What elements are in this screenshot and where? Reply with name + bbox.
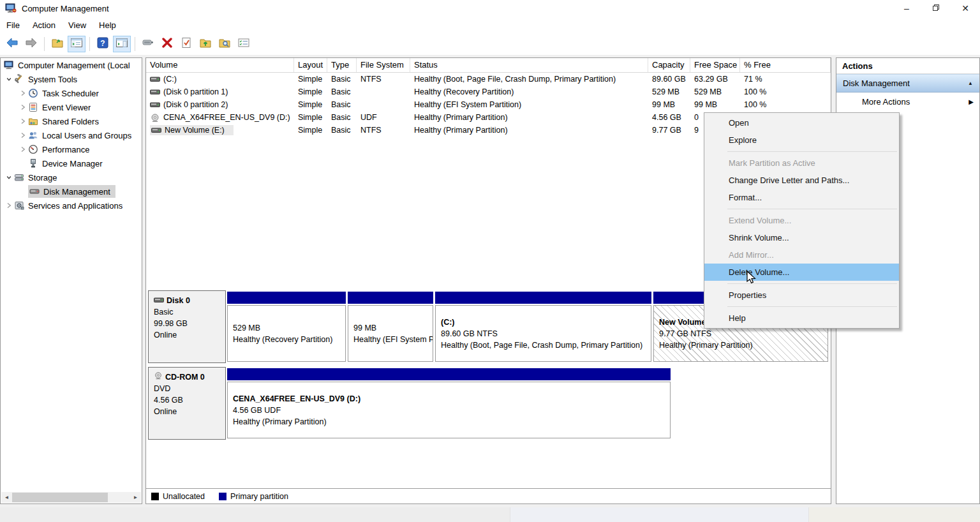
chevron-collapsed-icon[interactable] [18,116,28,126]
sidebar-item-computer-management[interactable]: Computer Management (Local [1,58,142,72]
chevron-expanded-icon[interactable] [4,74,14,84]
chevron-collapsed-icon[interactable] [18,88,28,98]
column-layout[interactable]: Layout [294,58,327,72]
forward-button[interactable] [22,36,40,52]
menu-item-change-drive-letter[interactable]: Change Drive Letter and Paths... [704,172,899,189]
screen-button[interactable] [139,36,157,52]
sidebar-item-event-viewer[interactable]: Event Viewer [1,100,142,114]
column-capacity[interactable]: Capacity [648,58,690,72]
shared-folders-icon [28,116,39,126]
sidebar-item-task-scheduler[interactable]: Task Scheduler [1,86,142,100]
chevron-expanded-icon[interactable] [4,172,14,183]
maximize-restore-button[interactable] [921,0,951,17]
volume-row-disk0-partition1[interactable]: (Disk 0 partition 1) Simple Basic Health… [146,86,831,98]
disk-management-icon [29,186,40,197]
scrollbar-thumb[interactable] [12,493,108,502]
close-button[interactable]: ✕ [951,0,980,17]
toolbar-separator [89,37,90,51]
partition-efi[interactable]: 99 MB Healthy (EFI System Partition) [348,290,433,363]
folder-search-button[interactable] [216,36,234,52]
sidebar-item-local-users-and-groups[interactable]: Local Users and Groups [1,128,142,142]
mouse-cursor [745,271,758,287]
back-button[interactable] [3,36,21,52]
export-folder-button[interactable] [48,36,66,52]
sidebar-item-label: Task Scheduler [42,89,99,98]
app-icon [5,3,17,13]
primary-partition-color-swatch [219,493,226,500]
menu-view[interactable]: View [62,18,93,33]
more-actions-item[interactable]: More Actions ▶ [836,93,979,111]
menu-item-help[interactable]: Help [704,309,899,327]
disk0-header[interactable]: Disk 0 Basic 99.98 GB Online [148,290,226,363]
delete-button[interactable] [158,36,176,52]
cdrom0-header[interactable]: CD-ROM 0 DVD 4.56 GB Online [148,367,226,440]
computer-icon [4,60,15,70]
minimize-button[interactable]: – [892,0,921,17]
scroll-left-arrow-icon[interactable]: ◄ [1,492,12,503]
drive-icon [150,75,160,83]
cdrom0-graph-row: CD-ROM 0 DVD 4.56 GB Online CENA_X64FREE… [148,367,829,440]
chevron-collapsed-icon[interactable] [18,130,28,140]
chevron-collapsed-icon[interactable] [18,144,28,154]
column-free-space[interactable]: Free Space [690,58,740,72]
menu-item-explore[interactable]: Explore [704,131,899,149]
scroll-right-arrow-icon[interactable]: ► [130,492,141,503]
sidebar-item-shared-folders[interactable]: Shared Folders [1,114,142,128]
chevron-collapsed-icon[interactable] [4,200,14,211]
column-volume[interactable]: Volume [146,58,294,72]
export-folder-icon [51,37,64,51]
toolbar: ? [0,33,980,55]
sidebar-item-system-tools[interactable]: System Tools [1,72,142,86]
sidebar-item-device-manager[interactable]: Device Manager [1,156,142,170]
details-list-button[interactable] [235,36,253,52]
bottom-strip [0,507,980,522]
menu-bar: File Action View Help [0,17,980,33]
menu-item-delete-volume[interactable]: Delete Volume... [704,264,899,281]
drive-icon [154,295,164,306]
tree-selection: Disk Management [28,185,115,198]
cdrom0-status: Online [154,406,225,417]
menu-item-shrink-volume[interactable]: Shrink Volume... [704,229,899,246]
folder-up-icon [199,37,212,51]
tree-horizontal-scrollbar[interactable]: ◄ ► [1,492,141,503]
sidebar-item-services-and-applications[interactable]: Services and Applications [1,198,142,213]
volume-row-disk0-partition2[interactable]: (Disk 0 partition 2) Simple Basic Health… [146,98,831,111]
svg-text:?: ? [100,39,105,48]
sidebar-item-performance[interactable]: Performance [1,142,142,156]
sidebar-item-storage[interactable]: Storage [1,170,142,184]
menu-item-format[interactable]: Format... [704,189,899,206]
sidebar-item-disk-management[interactable]: Disk Management [1,184,142,198]
system-tools-icon [14,74,25,84]
partition-dvd-media[interactable]: CENA_X64FREE_EN-US_DV9 (D:) 4.56 GB UDF … [227,367,671,440]
column-status[interactable]: Status [410,58,648,72]
actions-header: Actions [836,58,979,74]
menu-file[interactable]: File [0,18,26,33]
menu-item-open[interactable]: Open [704,114,899,131]
partition-recovery[interactable]: 529 MB Healthy (Recovery Partition) [227,290,346,363]
column-file-system[interactable]: File System [357,58,410,72]
partition-c[interactable]: (C:) 89.60 GB NTFS Healthy (Boot, Page F… [435,290,651,363]
column-pct-free[interactable]: % Free [740,58,831,72]
collapse-arrow-icon[interactable]: ▲ [968,80,973,86]
selected-volume-highlight: New Volume (E:) [150,125,234,135]
partition-color-band [435,292,651,304]
action-pane-button[interactable] [113,36,131,52]
submenu-arrow-icon: ▶ [969,98,974,105]
console-tree-icon [70,37,83,51]
partition-color-band [227,368,671,380]
chevron-collapsed-icon[interactable] [18,102,28,112]
check-document-button[interactable] [177,36,195,52]
console-tree-panel: Computer Management (Local System Tools … [0,57,142,504]
actions-group-disk-management[interactable]: Disk Management ▲ [836,74,979,93]
help-button[interactable]: ? [94,36,112,52]
partition-color-band [227,292,346,304]
column-type[interactable]: Type [327,58,357,72]
menu-help[interactable]: Help [93,18,122,33]
menu-item-properties[interactable]: Properties [704,287,899,304]
back-icon [6,37,19,51]
console-tree-button[interactable] [68,36,85,52]
menu-action[interactable]: Action [26,18,62,33]
volume-row-c[interactable]: (C:) Simple Basic NTFS Healthy (Boot, Pa… [146,73,831,86]
folder-up-button[interactable] [197,36,214,52]
window-title: Computer Management [22,4,109,13]
